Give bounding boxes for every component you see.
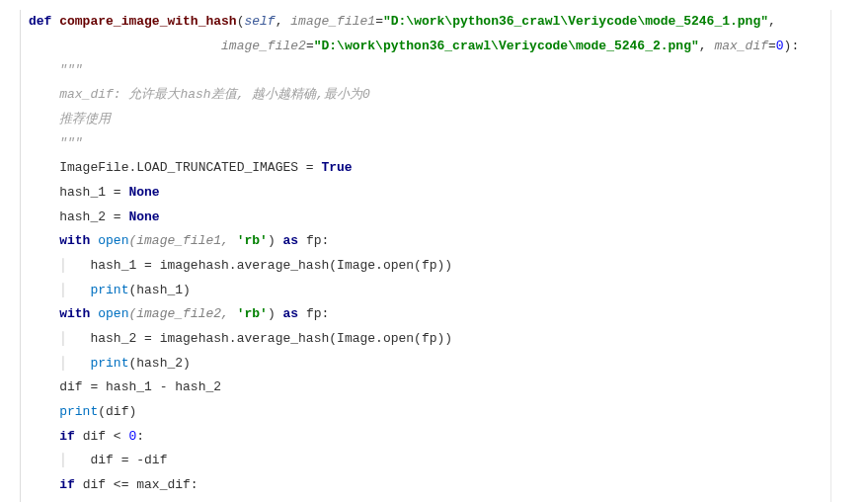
string-literal: "D:\work\python36_crawl\Veriycode\mode_5…: [383, 14, 768, 29]
function-name: compare_image_with_hash: [59, 14, 236, 29]
indent-guide: │: [59, 356, 90, 371]
bool-true: True: [321, 160, 352, 175]
indent: [29, 356, 59, 371]
code-text: :: [136, 429, 144, 444]
builtin-print: print: [90, 283, 128, 297]
code-line: print(dif): [29, 400, 848, 425]
indent: [29, 135, 59, 150]
code-line: │ hash_1 = imagehash.average_hash(Image.…: [29, 254, 848, 279]
code-text: dif <= max_dif:: [75, 477, 198, 492]
indent-guide: │: [59, 453, 90, 467]
indent: [29, 160, 59, 175]
docstring: max_dif: 允许最大hash差值, 越小越精确,最小为0: [59, 87, 370, 102]
indent: [29, 429, 59, 444]
indent: [29, 112, 59, 126]
code-line: def compare_image_with_hash(self, image_…: [29, 10, 848, 35]
indent: [29, 258, 59, 273]
builtin-open: open: [98, 306, 128, 321]
margin-guide: [830, 10, 831, 502]
code-text: hash_1 =: [59, 185, 128, 200]
code-line: ImageFile.LOAD_TRUNCATED_IMAGES = True: [29, 156, 848, 181]
none-kw: None: [128, 209, 159, 224]
code-line: with open(image_file2, 'rb') as fp:: [29, 302, 848, 327]
code-line: """: [29, 131, 848, 156]
code-line: if dif < 0:: [29, 425, 848, 450]
code-line: │ hash_2 = imagehash.average_hash(Image.…: [29, 327, 848, 352]
indent: [29, 185, 59, 200]
code-line: │ dif = -dif: [29, 449, 848, 473]
code-line: image_file2="D:\work\python36_crawl\Veri…: [29, 35, 848, 59]
code-text: dif <: [75, 429, 129, 444]
code-line: hash_1 = None: [29, 181, 848, 206]
string-literal: "D:\work\python36_crawl\Veriycode\mode_5…: [314, 39, 699, 53]
indent: [29, 39, 221, 53]
docstring: """: [59, 62, 82, 77]
indent: [29, 62, 59, 77]
code-line: │ return True: [29, 498, 848, 502]
code-text: dif = hash_1 - hash_2: [59, 379, 221, 394]
indent: [29, 233, 59, 248]
code-text: (hash_2): [128, 356, 190, 371]
indent-guide: │: [59, 283, 90, 297]
code-line: 推荐使用: [29, 108, 848, 132]
keyword-def: def: [29, 14, 51, 29]
docstring: """: [59, 135, 82, 150]
builtin-print: print: [59, 404, 98, 419]
builtin-open: open: [98, 233, 128, 248]
string-literal: 'rb': [237, 233, 268, 248]
code-line: │ print(hash_1): [29, 279, 848, 303]
code-block: def compare_image_with_hash(self, image_…: [20, 10, 848, 502]
code-line: max_dif: 允许最大hash差值, 越小越精确,最小为0: [29, 83, 848, 108]
code-text: dif = -dif: [90, 453, 167, 467]
keyword-if: if: [59, 477, 75, 492]
number: 0: [776, 39, 784, 53]
code-text: hash_2 = imagehash.average_hash(Image.op…: [90, 331, 452, 346]
code-line: with open(image_file1, 'rb') as fp:: [29, 229, 848, 254]
code-text: (hash_1): [128, 283, 190, 297]
indent: [29, 379, 59, 394]
keyword-with: with: [59, 306, 90, 321]
code-line: if dif <= max_dif:: [29, 473, 848, 498]
builtin-print: print: [90, 356, 128, 371]
call-args: (image_file1,: [128, 233, 236, 248]
keyword-if: if: [59, 429, 75, 444]
code-text: fp:: [298, 306, 329, 321]
code-line: │ print(hash_2): [29, 352, 848, 376]
call-args: (image_file2,: [128, 306, 236, 321]
code-text: hash_2 =: [59, 209, 128, 224]
indent: [29, 453, 59, 467]
code-line: """: [29, 58, 848, 83]
param-name: image_file2: [221, 39, 306, 53]
keyword-as: as: [283, 306, 299, 321]
code-text: ImageFile.LOAD_TRUNCATED_IMAGES =: [59, 160, 321, 175]
code-text: ): [268, 233, 283, 248]
code-text: hash_1 = imagehash.average_hash(Image.op…: [90, 258, 452, 273]
param-name: max_dif: [714, 39, 768, 53]
indent: [29, 477, 59, 492]
code-text: (dif): [98, 404, 136, 419]
indent: [29, 306, 59, 321]
indent: [29, 87, 59, 102]
code-line: dif = hash_1 - hash_2: [29, 376, 848, 400]
code-line: hash_2 = None: [29, 206, 848, 230]
indent: [29, 404, 59, 419]
indent-guide: │: [59, 331, 90, 346]
indent: [29, 283, 59, 297]
string-literal: 'rb': [237, 306, 268, 321]
indent-guide: │: [59, 258, 90, 273]
keyword-with: with: [59, 233, 90, 248]
code-text: fp:: [298, 233, 329, 248]
indent: [29, 209, 59, 224]
indent: [29, 331, 59, 346]
none-kw: None: [128, 185, 159, 200]
param-name: image_file1: [290, 14, 375, 29]
param-self: self: [244, 14, 275, 29]
code-text: ): [268, 306, 283, 321]
keyword-as: as: [283, 233, 299, 248]
docstring: 推荐使用: [59, 112, 111, 126]
